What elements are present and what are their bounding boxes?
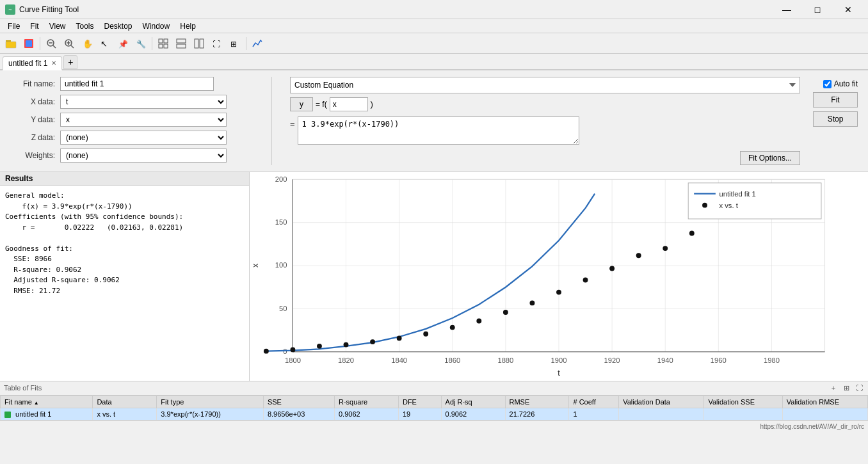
toolbar-expand-btn[interactable]: ⛶ [209,35,225,52]
eq-formula-input[interactable]: 1 3.9*exp(r*(x-1790)) [298,116,579,145]
svg-rect-3 [26,40,32,47]
table-row[interactable]: untitled fit 1 x vs. t 3.9*exp(r*(x-1790… [1,408,868,420]
equation-panel: Custom Equation = f( ) = 1 3.9*exp(r*(x-… [290,77,800,165]
data-point [370,339,375,344]
autofit-label[interactable]: Auto fit [834,79,858,88]
svg-line-5 [53,45,56,48]
minimize-button[interactable]: — [772,0,801,19]
toolbar-sep-1 [40,37,40,50]
bottom-panel: Table of Fits + ⊞ ⛶ Fit name ▲ Data Fit … [0,381,868,420]
svg-text:1860: 1860 [444,356,460,364]
cell-fit-name: untitled fit 1 [1,408,93,420]
table-add-icon[interactable]: + [828,383,839,393]
col-val-sse[interactable]: Validation SSE [704,396,782,408]
col-data[interactable]: Data [93,396,157,408]
cell-val-data [619,408,704,420]
menu-tools[interactable]: Tools [70,20,99,32]
menu-fit[interactable]: Fit [25,20,44,32]
cell-sse: 8.9656e+03 [263,408,334,420]
svg-text:✋: ✋ [83,38,93,49]
cell-dfe: 19 [398,408,441,420]
toolbar-grid2-btn[interactable] [173,35,189,52]
svg-rect-22 [200,39,204,48]
col-fit-name[interactable]: Fit name ▲ [1,396,93,408]
data-point [583,278,588,283]
data-point [609,266,615,271]
toolbar-grid3-btn[interactable] [191,35,207,52]
col-val-data[interactable]: Validation Data [619,396,704,408]
weights-row: Weights: (none) [10,148,253,163]
y-data-label: Y data: [10,115,55,124]
top-panel: Fit name: X data: t Y data: x Z data: (n… [0,70,868,172]
menu-window[interactable]: Window [138,20,175,32]
svg-text:🔧: 🔧 [136,39,146,49]
col-fit-type[interactable]: Fit type [157,396,264,408]
fit-options-button[interactable]: Fit Options... [740,151,800,165]
svg-rect-61 [688,183,821,219]
svg-text:↖: ↖ [100,39,108,49]
table-toolbar: Table of Fits + ⊞ ⛶ [0,381,868,396]
cell-fit-name-text: untitled fit 1 [15,410,51,418]
stop-button[interactable]: Stop [813,111,858,127]
svg-rect-21 [195,39,198,48]
toolbar-layout-btn[interactable]: ⊞ [227,35,243,52]
svg-rect-15 [159,39,163,43]
data-point [344,342,349,348]
tab-untitled-fit-1[interactable]: untitled fit 1 ✕ [3,56,62,70]
fit-name-input[interactable] [60,77,214,91]
svg-rect-16 [164,39,168,43]
svg-rect-18 [164,44,168,48]
new-tab-button[interactable]: + [63,55,77,69]
toolbar-brush-btn[interactable]: 🔧 [133,35,149,52]
col-rmse[interactable]: RMSE [505,396,569,408]
menu-help[interactable]: Help [175,20,201,32]
window-controls: — □ ✕ [772,0,863,19]
menu-file[interactable]: File [3,20,25,32]
eq-close-paren: ) [371,100,373,109]
col-rsquare[interactable]: R-square [334,396,398,408]
svg-text:150: 150 [275,218,287,226]
col-adj-rsq[interactable]: Adj R-sq [441,396,505,408]
svg-text:⛶: ⛶ [213,40,220,49]
toolbar-open-btn[interactable] [3,35,19,52]
toolbar-pan-btn[interactable]: ✋ [79,35,95,52]
y-data-select[interactable]: x [60,113,227,127]
toolbar-zoom-in-btn[interactable] [61,35,77,52]
menu-desktop[interactable]: Desktop [99,20,138,32]
eq-y-input[interactable] [290,97,313,111]
toolbar-chart-btn[interactable] [249,35,266,52]
svg-text:⊞: ⊞ [230,40,237,49]
data-point [290,348,295,353]
table-title: Table of Fits [4,384,42,392]
x-data-select[interactable]: t [60,95,227,109]
equation-type-select[interactable]: Custom Equation [290,77,800,93]
toolbar-cursor-btn[interactable]: ↖ [97,35,113,52]
menu-view[interactable]: View [44,20,71,32]
weights-select[interactable]: (none) [60,148,227,163]
eq-x-input[interactable] [330,97,368,111]
svg-text:1940: 1940 [657,356,673,364]
tab-close-icon[interactable]: ✕ [51,60,56,67]
col-dfe[interactable]: DFE [398,396,441,408]
col-sse[interactable]: SSE [263,396,334,408]
z-data-label: Z data: [10,133,55,142]
app-title: Curve Fitting Tool [19,5,79,14]
data-point [476,319,481,324]
maximize-button[interactable]: □ [803,0,832,19]
autofit-checkbox[interactable] [823,80,832,88]
cell-rsquare: 0.9062 [334,408,398,420]
toolbar-zoom-out-btn[interactable] [43,35,60,52]
fit-button[interactable]: Fit [813,92,858,108]
data-point [317,344,322,349]
table-expand-icon[interactable]: ⛶ [854,383,864,393]
col-val-rmse[interactable]: Validation RMSE [782,396,867,408]
col-ncoeff[interactable]: # Coeff [569,396,619,408]
cell-val-rmse [782,408,867,420]
toolbar-datatip-btn[interactable]: 📌 [115,35,131,52]
close-button[interactable]: ✕ [833,0,863,19]
svg-rect-20 [177,44,186,48]
toolbar-color-btn[interactable] [20,35,37,52]
z-data-select[interactable]: (none) [60,131,227,145]
toolbar-grid1-btn[interactable] [155,35,172,52]
table-grid-icon[interactable]: ⊞ [841,383,851,393]
